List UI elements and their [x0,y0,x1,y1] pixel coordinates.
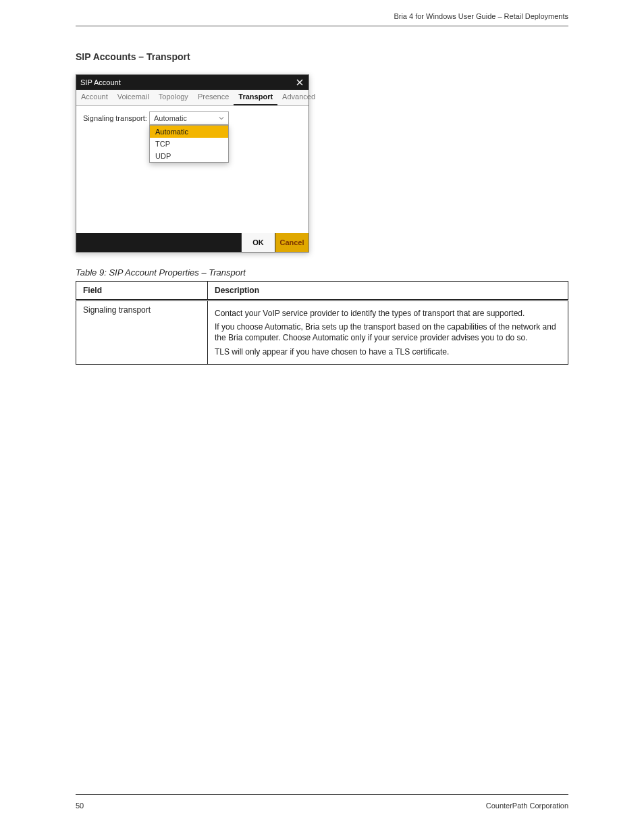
tab-advanced[interactable]: Advanced [277,90,320,105]
close-icon[interactable] [295,78,304,87]
sip-account-dialog: SIP Account Account Voicemail Topology P… [76,74,309,253]
dropdown-option-automatic[interactable]: Automatic [150,126,228,138]
ok-button[interactable]: OK [241,233,275,252]
signaling-transport-label: Signaling transport: [83,114,147,122]
table-header-field: Field [76,282,208,301]
table-cell-description: Contact your VoIP service provider to id… [208,301,568,365]
dropdown-option-udp[interactable]: UDP [150,150,228,162]
tab-voicemail[interactable]: Voicemail [113,90,154,105]
signaling-transport-value: Automatic [154,114,187,122]
signaling-transport-select[interactable]: Automatic [149,111,229,125]
tab-transport[interactable]: Transport [234,90,277,105]
desc-paragraph: Contact your VoIP service provider to id… [215,308,561,319]
page-header-right: Bria 4 for Windows User Guide – Retail D… [394,12,568,20]
chevron-down-icon [219,114,224,122]
desc-paragraph: If you choose Automatic, Bria sets up th… [215,321,561,343]
cancel-button[interactable]: Cancel [275,233,308,252]
signaling-transport-dropdown: Automatic TCP UDP [149,125,229,163]
dialog-title: SIP Account [80,78,121,86]
footer-company: CounterPath Corporation [486,802,568,810]
table-row: Signaling transport Contact your VoIP se… [76,301,568,365]
section-heading: SIP Accounts – Transport [76,51,190,62]
dialog-content: Signaling transport: Automatic Automatic… [76,106,308,233]
top-rule [76,26,568,26]
table-cell-field: Signaling transport [76,301,208,365]
table-caption: Table 9: SIP Account Properties – Transp… [76,267,246,278]
desc-paragraph: TLS will only appear if you have chosen … [215,346,561,357]
table-header-description: Description [208,282,568,301]
dialog-buttonbar: OK Cancel [76,233,308,252]
page-number: 50 [76,802,84,810]
tab-account[interactable]: Account [76,90,113,105]
tab-presence[interactable]: Presence [193,90,234,105]
tab-topology[interactable]: Topology [154,90,193,105]
transport-properties-table: Field Description Signaling transport Co… [76,281,568,365]
dialog-titlebar: SIP Account [76,75,308,90]
dropdown-option-tcp[interactable]: TCP [150,138,228,150]
dialog-tabbar: Account Voicemail Topology Presence Tran… [76,90,308,106]
footer-rule [76,794,568,795]
table-header-row: Field Description [76,282,568,301]
